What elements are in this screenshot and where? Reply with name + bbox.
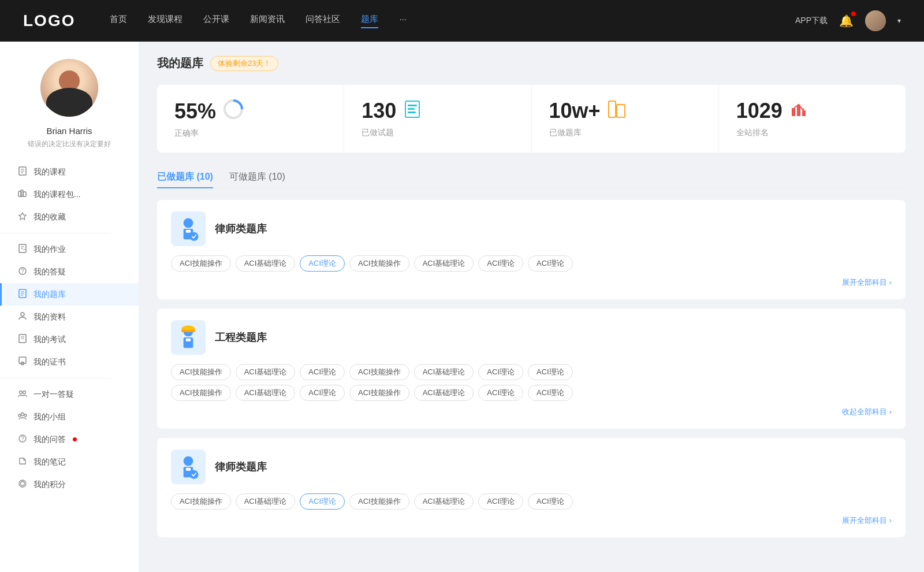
eng-tag-6[interactable]: ACI理论: [528, 364, 573, 380]
svg-point-31: [21, 482, 25, 486]
rank-label: 全站排名: [736, 128, 888, 138]
navbar-menu: 首页 发现课程 公开课 新闻资讯 问答社区 题库 ···: [110, 14, 795, 28]
navbar: LOGO 首页 发现课程 公开课 新闻资讯 问答社区 题库 ··· APP下载 …: [0, 0, 924, 42]
qbank-footer-lawyer-2: 展开全部科目 ›: [171, 515, 892, 526]
done-banks-icon: [608, 100, 626, 122]
done-questions-label: 已做试题: [362, 128, 513, 138]
stat-accuracy-top: 55%: [174, 99, 326, 124]
l2-tag-4[interactable]: ACI基础理论: [414, 493, 474, 510]
sidebar-item-certificates[interactable]: 我的证书: [0, 351, 139, 373]
nav-courses[interactable]: 发现课程: [148, 14, 182, 28]
collapse-label-engineer[interactable]: 收起全部科目 ›: [842, 407, 892, 417]
eng-tag-3[interactable]: ACI技能操作: [349, 364, 409, 380]
sidebar-item-points[interactable]: 我的积分: [0, 473, 139, 496]
l2-tag-1[interactable]: ACI基础理论: [236, 493, 296, 510]
sidebar-label-1on1: 一对一答疑: [33, 389, 74, 400]
avatar-image-sidebar: [40, 59, 98, 117]
l2-tag-6[interactable]: ACI理论: [528, 493, 573, 510]
eng-tag-12[interactable]: ACI理论: [478, 385, 523, 401]
notification-bell[interactable]: 🔔: [839, 14, 854, 28]
qbank-icon-lawyer-1: [171, 211, 206, 246]
accuracy-value: 55%: [174, 99, 216, 124]
questions-badge: [73, 437, 77, 441]
nav-question-bank[interactable]: 题库: [361, 14, 378, 28]
nav-open-course[interactable]: 公开课: [203, 14, 229, 28]
sidebar-item-notes[interactable]: 我的笔记: [0, 451, 139, 473]
l2-tag-5[interactable]: ACI理论: [478, 493, 523, 510]
tag-5[interactable]: ACI理论: [478, 255, 523, 272]
navbar-right: APP下载 🔔 ▾: [795, 10, 901, 31]
sidebar-label-notes: 我的笔记: [33, 457, 66, 467]
expand-label-lawyer-2[interactable]: 展开全部科目 ›: [842, 515, 892, 526]
sidebar-label-favorites: 我的收藏: [33, 212, 66, 222]
svg-rect-36: [408, 112, 416, 113]
sidebar-item-homework[interactable]: 我的作业: [0, 238, 139, 261]
sidebar-label-questions: 我的问答: [33, 434, 66, 445]
tag-4[interactable]: ACI基础理论: [414, 255, 474, 272]
eng-tag-11[interactable]: ACI基础理论: [414, 385, 474, 401]
svg-point-46: [190, 232, 199, 241]
svg-text:?: ?: [21, 436, 24, 442]
eng-tag-7[interactable]: ACI技能操作: [171, 385, 231, 401]
divider-1: [0, 233, 111, 233]
sidebar-item-questions[interactable]: ? 我的问答: [0, 428, 139, 451]
sidebar-item-exams[interactable]: 我的考试: [0, 328, 139, 351]
sidebar-item-my-courses[interactable]: 我的课程: [0, 161, 139, 183]
tag-3[interactable]: ACI技能操作: [349, 255, 409, 272]
eng-tag-0[interactable]: ACI技能操作: [171, 364, 231, 380]
qbank-card-lawyer-2: 律师类题库 ACI技能操作 ACI基础理论 ACI理论 ACI技能操作 ACI基…: [157, 438, 906, 537]
svg-rect-37: [609, 101, 616, 117]
favorites-icon: [17, 211, 28, 222]
qbank-tags-lawyer-2: ACI技能操作 ACI基础理论 ACI理论 ACI技能操作 ACI基础理论 AC…: [171, 493, 892, 510]
avatar-dropdown[interactable]: ▾: [897, 17, 901, 25]
svg-point-24: [23, 391, 26, 394]
tabs-row: 已做题库 (10) 可做题库 (10): [157, 166, 906, 188]
svg-point-30: [19, 480, 26, 487]
qbank-tags-engineer-row2: ACI技能操作 ACI基础理论 ACI理论 ACI技能操作 ACI基础理论 AC…: [171, 385, 892, 401]
sidebar-item-answers[interactable]: ? 我的答疑: [0, 261, 139, 283]
eng-tag-2[interactable]: ACI理论: [300, 364, 345, 380]
eng-tag-1[interactable]: ACI基础理论: [236, 364, 296, 380]
eng-tag-8[interactable]: ACI基础理论: [236, 385, 296, 401]
user-name: Brian Harris: [46, 126, 92, 136]
l2-tag-2-active[interactable]: ACI理论: [300, 493, 345, 510]
l2-tag-0[interactable]: ACI技能操作: [171, 493, 231, 510]
eng-tag-4[interactable]: ACI基础理论: [414, 364, 474, 380]
tab-done[interactable]: 已做题库 (10): [157, 166, 213, 188]
tag-0[interactable]: ACI技能操作: [171, 255, 231, 272]
sidebar-label-answers: 我的答疑: [33, 267, 66, 277]
app-download-link[interactable]: APP下载: [795, 16, 828, 26]
tag-2-active[interactable]: ACI理论: [300, 255, 345, 272]
tag-6[interactable]: ACI理论: [528, 255, 573, 272]
l2-tag-3[interactable]: ACI技能操作: [349, 493, 409, 510]
svg-rect-34: [408, 105, 417, 106]
sidebar-label-exams: 我的考试: [33, 335, 66, 345]
done-questions-icon: [403, 100, 422, 122]
sidebar-item-favorites[interactable]: 我的收藏: [0, 206, 139, 228]
stat-rank-top: 1029: [736, 99, 888, 123]
eng-tag-9[interactable]: ACI理论: [300, 385, 345, 401]
eng-tag-13[interactable]: ACI理论: [528, 385, 573, 401]
questions-icon: ?: [17, 434, 28, 445]
sidebar-item-1on1[interactable]: 一对一答疑: [0, 383, 139, 406]
tab-available[interactable]: 可做题库 (10): [229, 166, 285, 188]
eng-tag-5[interactable]: ACI理论: [478, 364, 523, 380]
nav-qa[interactable]: 问答社区: [305, 14, 340, 28]
sidebar-item-groups[interactable]: 我的小组: [0, 406, 139, 428]
eng-tag-10[interactable]: ACI技能操作: [349, 385, 409, 401]
sidebar-item-profile[interactable]: 我的资料: [0, 306, 139, 328]
nav-home[interactable]: 首页: [110, 14, 127, 28]
expand-label-lawyer-1[interactable]: 展开全部科目 ›: [842, 277, 892, 288]
sidebar-avatar: [40, 59, 98, 117]
qbank-title-lawyer-1: 律师类题库: [215, 222, 267, 236]
svg-rect-21: [19, 357, 26, 363]
trial-badge: 体验剩余23天！: [210, 56, 278, 71]
sidebar-item-question-bank[interactable]: 我的题库: [0, 283, 139, 306]
sidebar-label-homework: 我的作业: [33, 244, 66, 255]
tag-1[interactable]: ACI基础理论: [236, 255, 296, 272]
nav-news[interactable]: 新闻资讯: [250, 14, 285, 28]
avatar[interactable]: [865, 10, 886, 31]
user-motto: 错误的决定比没有决定要好: [28, 139, 111, 149]
nav-more[interactable]: ···: [399, 14, 407, 28]
sidebar-item-course-pack[interactable]: 我的课程包...: [0, 183, 139, 206]
